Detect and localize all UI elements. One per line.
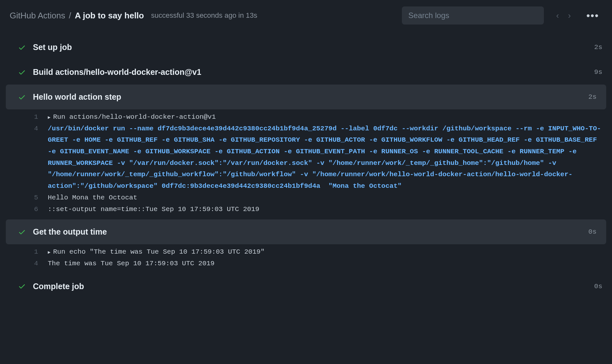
breadcrumb-separator: / [69,11,71,20]
log-line: 5Hello Mona the Octocat [28,192,602,204]
step-duration: 2s [588,93,597,101]
log-line-number: 1 [28,246,38,258]
kebab-menu-button[interactable]: ••• [586,13,599,18]
log-line: 4/usr/bin/docker run --name df7dc9b3dece… [28,123,602,192]
step-title: Complete job [33,282,587,291]
log-line: 6::set-output name=time::Tue Sep 10 17:5… [28,204,602,215]
breadcrumb: GitHub Actions / A job to say hello [10,11,144,21]
step-duration: 0s [594,283,602,290]
check-icon [18,68,26,76]
step-title: Hello world action step [33,92,581,102]
step-header[interactable]: Complete job0s [0,274,612,299]
log-line-number: 4 [28,123,38,135]
step-duration: 2s [594,44,602,51]
breadcrumb-job: A job to say hello [75,11,144,20]
check-icon [18,282,26,290]
run-status: successful 33 seconds ago in 13s [151,11,257,20]
expand-caret-icon[interactable]: ▶ [48,114,50,122]
log-line: 4The time was Tue Sep 10 17:59:03 UTC 20… [28,258,602,269]
expand-caret-icon[interactable]: ▶ [48,249,50,257]
log-block: 1▶Run actions/hello-world-docker-action@… [0,109,612,219]
step-header[interactable]: Get the output time0s [6,219,606,244]
search-logs-input[interactable] [402,6,544,25]
log-line: 1▶Run actions/hello-world-docker-action@… [28,111,602,123]
step-duration: 0s [588,228,597,236]
step-duration: 9s [594,68,602,76]
step-header[interactable]: Hello world action step2s [6,85,606,109]
log-line-text: The time was Tue Sep 10 17:59:03 UTC 201… [48,258,602,269]
log-line: 1▶Run echo "The time was Tue Sep 10 17:5… [28,246,602,258]
check-icon [18,228,26,236]
steps-list: Set up job2sBuild actions/hello-world-do… [0,31,612,303]
step-title: Set up job [33,43,587,52]
check-icon [18,93,26,101]
log-line-text: Hello Mona the Octocat [48,192,602,204]
step-title: Build actions/hello-world-docker-action@… [33,67,587,77]
log-line-text: ▶Run actions/hello-world-docker-action@v… [48,111,602,123]
step-header[interactable]: Set up job2s [0,35,612,60]
breadcrumb-parent[interactable]: GitHub Actions [10,11,65,20]
prev-match-button[interactable]: ‹ [556,11,559,21]
step-title: Get the output time [33,227,581,237]
log-header: GitHub Actions / A job to say hello succ… [0,0,612,31]
log-line-text: /usr/bin/docker run --name df7dc9b3dece4… [48,123,602,192]
log-line-number: 4 [28,258,38,269]
log-line-text: ▶Run echo "The time was Tue Sep 10 17:59… [48,246,602,258]
log-line-number: 1 [28,111,38,123]
log-block: 1▶Run echo "The time was Tue Sep 10 17:5… [0,244,612,274]
next-match-button[interactable]: › [568,11,571,21]
step-header[interactable]: Build actions/hello-world-docker-action@… [0,60,612,85]
log-line-text: ::set-output name=time::Tue Sep 10 17:59… [48,204,602,215]
log-nav-arrows: ‹ › [556,11,571,21]
log-line-number: 6 [28,204,38,215]
log-line-number: 5 [28,192,38,204]
check-icon [18,44,26,51]
